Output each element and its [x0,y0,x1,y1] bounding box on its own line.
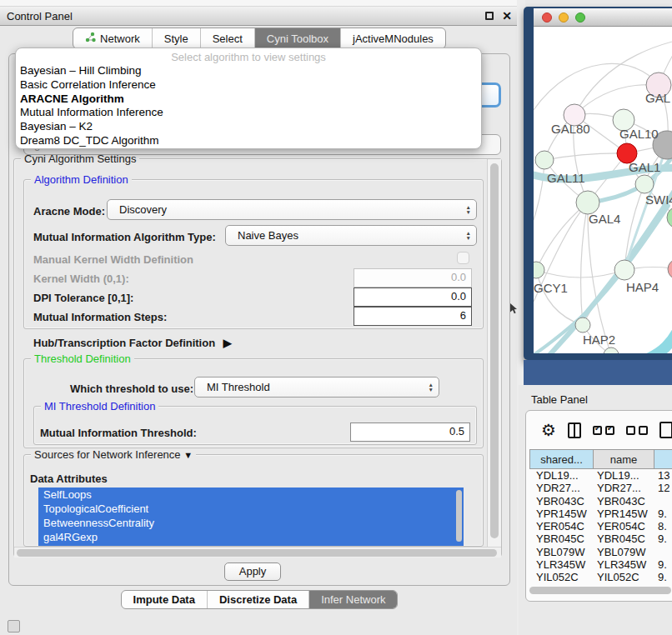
node-label: SWI4 [645,192,672,207]
close-window-icon[interactable] [542,12,552,22]
window-top-strip [0,0,519,7]
attribute-item[interactable]: gal4RGexp [38,530,464,544]
table-cell: YPR145W [594,508,654,520]
settings-vscrollbar-thumb[interactable] [490,163,499,538]
apply-button[interactable]: Apply [224,562,281,581]
settings-hscrollbar[interactable] [14,547,501,558]
attribute-item[interactable]: TopologicalCoefficient [38,502,464,516]
aracne-mode-combobox[interactable]: Discovery ▲▼ [107,199,477,220]
attribute-item[interactable]: SelfLoops [38,488,464,502]
table-cell [654,495,672,508]
algorithm-popup: Select algorithm to view settings Bayesi… [15,48,482,149]
column-header[interactable]: shared... [529,449,594,469]
mi-steps-field[interactable]: 6 [354,307,472,326]
which-threshold-combobox[interactable]: MI Threshold ▲▼ [194,377,439,398]
collapse-down-icon: ▼ [183,450,193,460]
network-canvas-wrap: GALGAL80GAL10GAL1GAL11SWI4GAL4GCY1HAP4YH… [534,27,672,353]
table-cell: YIL052C [594,571,654,583]
aracne-mode-label: Aracne Mode: [33,205,105,218]
settings-vscrollbar[interactable] [487,159,501,556]
manual-kernel-label: Manual Kernel Width Definition [33,253,193,266]
export-table-icon[interactable] [659,422,672,438]
tab-impute-data[interactable]: Impute Data [122,591,208,608]
select-all-columns-icon[interactable] [593,426,614,435]
tab-select[interactable]: Select [201,28,255,48]
column-header[interactable]: name [594,449,654,469]
table-row[interactable]: YIL052CYIL052C9. [529,571,672,583]
table-hscrollbar-thumb[interactable] [529,587,671,594]
tab-label: Select [213,32,243,45]
node-label: GAL1 [629,160,660,174]
deselect-all-columns-icon[interactable] [626,426,648,435]
node-label: GCY1 [534,281,568,295]
table-row[interactable]: YDL19...YDL19...13 [529,469,672,482]
algorithm-option[interactable]: Mutual Information Inference [16,106,481,120]
table-cell: YDR27... [529,482,594,494]
float-panel-icon[interactable] [485,12,494,20]
collapsed-panel-icon[interactable] [8,620,20,632]
manual-kernel-checkbox[interactable] [457,252,469,264]
tab-infer-network[interactable]: Infer Network [309,591,397,608]
tab-style[interactable]: Style [153,28,201,48]
hub-definition-toggle[interactable]: Hub/Transcription Factor Definition ▶ [33,337,232,349]
tab-jactivemnodules[interactable]: jActiveMNodules [341,28,445,48]
mi-type-label: Mutual Information Algorithm Type: [33,231,216,243]
zoom-window-icon[interactable] [575,12,585,22]
tab-discretize-data[interactable]: Discretize Data [208,591,309,608]
which-threshold-label: Which threshold to use: [70,382,193,395]
algorithm-option[interactable]: ARACNE Algorithm [16,92,481,107]
tab-network[interactable]: Network [73,28,153,48]
table-row[interactable]: YBR043CYBR043C [529,495,672,508]
gear-icon[interactable]: ⚙ [541,422,556,438]
algorithm-option[interactable]: Basic Correlation Inference [16,78,481,92]
mi-threshold-field[interactable]: 0.5 [350,422,470,442]
table-cell: YDL19... [529,469,594,482]
algorithm-option[interactable]: Bayesian – Hill Climbing [16,64,481,78]
table-panel: Table Panel ⚙ shared...name YDL19...YDL1… [519,385,672,635]
control-panel-titlebar: Control Panel ✕ [0,7,519,26]
table-cell: YDR27... [594,482,654,494]
data-attributes-list[interactable]: SelfLoopsTopologicalCoefficientBetweenne… [38,488,464,546]
table-cell: YBR045C [529,532,594,545]
kernel-width-field[interactable]: 0.0 [354,268,472,288]
spinner-arrows-icon: ▲▼ [466,205,471,214]
table-cell: YBR043C [529,495,594,508]
tab-cyni-toolbox[interactable]: Cyni Toolbox [255,28,341,48]
table-row[interactable]: YPR145WYPR145W9. [529,508,672,520]
table-row[interactable]: YBL079WYBL079W [529,546,672,558]
column-header[interactable] [654,449,672,469]
settings-hscrollbar-thumb[interactable] [17,549,497,557]
algorithm-option[interactable]: Bayesian – K2 [16,120,481,134]
screen: Control Panel ✕ Network Style Select Cyn… [0,0,672,635]
node-label: HAP4 [626,280,659,294]
spinner-arrows-icon: ▲▼ [429,382,434,392]
bottom-tabbar: Impute Data Discretize Data Infer Networ… [0,590,519,612]
table-cell: 12 [654,482,672,494]
dpi-tolerance-field[interactable]: 0.0 [354,288,472,307]
table-row[interactable]: YBR045CYBR045C9. [529,532,672,545]
table-cell: 8. [654,520,672,532]
table-row[interactable]: YER054CYER054C8. [529,520,672,532]
table-toolbar: ⚙ [526,411,672,449]
algorithm-option[interactable]: Dream8 DC_TDC Algorithm [16,134,481,148]
network-canvas[interactable]: GALGAL80GAL10GAL1GAL11SWI4GAL4GCY1HAP4YH… [534,27,672,353]
minimize-window-icon[interactable] [559,12,569,22]
desktop-background [524,360,672,385]
table-cell: YPR145W [529,508,594,520]
network-icon [85,32,96,45]
network-window-titlebar[interactable] [534,8,672,27]
node-label: GAL [645,91,670,105]
attributes-scrollbar-thumb[interactable] [456,490,462,542]
mouse-cursor [510,303,519,314]
mi-type-combobox[interactable]: Naive Bayes ▲▼ [225,225,477,246]
close-icon[interactable]: ✕ [502,12,512,20]
node-label: GAL4 [589,212,620,226]
mi-threshold-group-title: MI Threshold Definition [41,400,158,412]
algorithm-popup-list: Bayesian – Hill ClimbingBasic Correlatio… [16,64,481,148]
table-row[interactable]: YLR345WYLR345W9. [529,558,672,571]
mi-threshold-label: Mutual Information Threshold: [40,427,197,439]
attribute-item[interactable]: BetweennessCentrality [38,516,464,530]
table-row[interactable]: YDR27...YDR27...12 [529,482,672,494]
sources-group-title[interactable]: Sources for Network Inference ▼ [31,448,196,461]
columns-icon[interactable] [568,422,581,438]
